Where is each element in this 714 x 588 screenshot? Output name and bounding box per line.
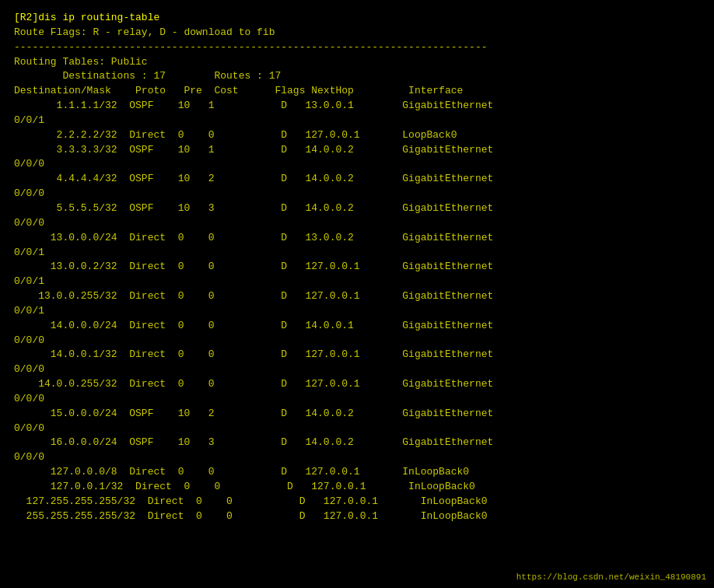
terminal-line: 1.1.1.1/32 OSPF 10 1 D 13.0.0.1 GigabitE…	[14, 99, 700, 114]
terminal-line: ----------------------------------------…	[14, 40, 700, 55]
terminal-line: 0/0/1	[14, 275, 700, 289]
terminal-line: Routing Tables: Public	[14, 55, 700, 70]
terminal-line: 15.0.0.0/24 OSPF 10 2 D 14.0.0.2 Gigabit…	[14, 407, 700, 422]
terminal-line: 13.0.0.0/24 Direct 0 0 D 13.0.0.2 Gigabi…	[14, 231, 700, 246]
terminal-line: 4.4.4.4/32 OSPF 10 2 D 14.0.0.2 GigabitE…	[14, 172, 700, 187]
terminal-line: 14.0.0.0/24 Direct 0 0 D 14.0.0.1 Gigabi…	[14, 319, 700, 334]
terminal-line: 0/0/0	[14, 392, 700, 407]
terminal-line: 0/0/0	[14, 216, 700, 231]
terminal-line: Route Flags: R - relay, D - download to …	[14, 26, 700, 40]
terminal-line: 0/0/0	[14, 187, 700, 201]
terminal-line: 127.255.255.255/32 Direct 0 0 D 127.0.0.…	[14, 495, 700, 509]
terminal-line: 0/0/0	[14, 422, 700, 436]
terminal-line: 0/0/0	[14, 157, 700, 172]
terminal-line: 255.255.255.255/32 Direct 0 0 D 127.0.0.…	[14, 509, 700, 524]
terminal-line: 13.0.0.2/32 Direct 0 0 D 127.0.0.1 Gigab…	[14, 260, 700, 275]
terminal-line: 2.2.2.2/32 Direct 0 0 D 127.0.0.1 LoopBa…	[14, 128, 700, 143]
terminal-line: 0/0/1	[14, 114, 700, 128]
terminal-line: Destinations : 17 Routes : 17	[14, 69, 700, 84]
watermark: https://blog.csdn.net/weixin_48190891	[516, 572, 706, 582]
terminal-line: Destination/Mask Proto Pre Cost Flags Ne…	[14, 84, 700, 99]
terminal-line: [R2]dis ip routing-table	[14, 11, 700, 26]
terminal-window: [R2]dis ip routing-tableRoute Flags: R -…	[8, 6, 706, 588]
terminal-line: 127.0.0.0/8 Direct 0 0 D 127.0.0.1 InLoo…	[14, 465, 700, 480]
terminal-line: 0/0/0	[14, 334, 700, 348]
terminal-line: 14.0.0.255/32 Direct 0 0 D 127.0.0.1 Gig…	[14, 377, 700, 392]
terminal-line: 0/0/0	[14, 362, 700, 377]
terminal-line: 0/0/1	[14, 246, 700, 261]
terminal-line: 13.0.0.255/32 Direct 0 0 D 127.0.0.1 Gig…	[14, 289, 700, 304]
terminal-line: 3.3.3.3/32 OSPF 10 1 D 14.0.0.2 GigabitE…	[14, 143, 700, 158]
terminal-line: 5.5.5.5/32 OSPF 10 3 D 14.0.0.2 GigabitE…	[14, 201, 700, 216]
terminal-line: 0/0/1	[14, 304, 700, 319]
terminal-line: 14.0.0.1/32 Direct 0 0 D 127.0.0.1 Gigab…	[14, 348, 700, 362]
terminal-line: 0/0/0	[14, 450, 700, 465]
terminal-line: 127.0.0.1/32 Direct 0 0 D 127.0.0.1 InLo…	[14, 480, 700, 495]
terminal-line: 16.0.0.0/24 OSPF 10 3 D 14.0.0.2 Gigabit…	[14, 436, 700, 450]
